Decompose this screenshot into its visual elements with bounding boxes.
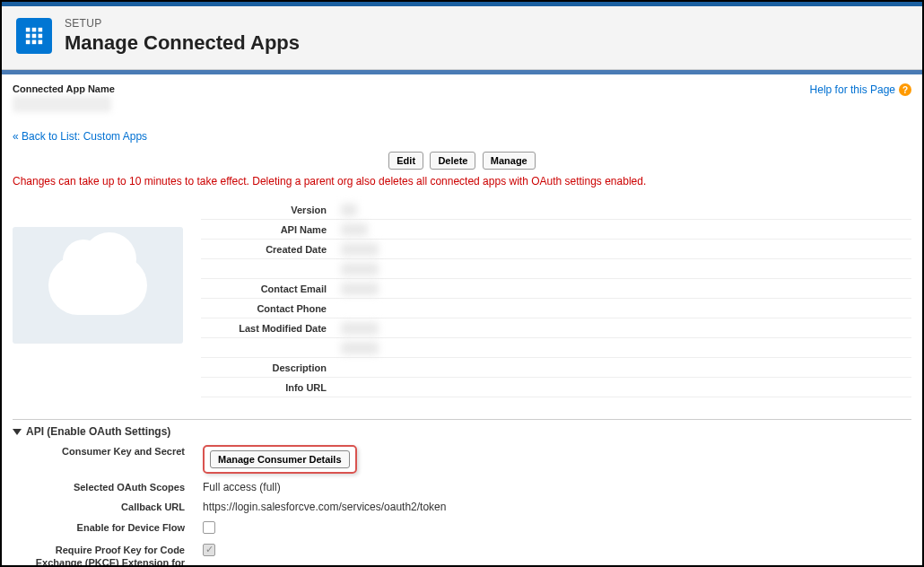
info-url-label: Info URL [201, 382, 341, 393]
svg-rect-3 [26, 34, 31, 39]
setup-label: SETUP [65, 17, 300, 30]
delete-button[interactable]: Delete [430, 152, 475, 170]
device-flow-checkbox[interactable] [203, 521, 215, 534]
api-name-value: xxxxx [341, 223, 368, 236]
consumer-key-label: Consumer Key and Secret [13, 445, 203, 458]
action-buttons: Edit Delete Manage [13, 152, 911, 170]
svg-rect-2 [39, 28, 43, 32]
cloud-icon [48, 256, 147, 315]
svg-rect-7 [32, 40, 37, 45]
pkce-label: Require Proof Key for Code Exchange (PKC… [13, 544, 203, 567]
highlight-box: Manage Consumer Details [203, 445, 357, 474]
contact-phone-label: Contact Phone [201, 303, 341, 314]
api-section-title: API (Enable OAuth Settings) [26, 425, 170, 438]
created-date-value: xxxxxxx [341, 243, 379, 256]
svg-rect-4 [32, 34, 37, 39]
svg-rect-0 [26, 28, 31, 32]
api-section-header[interactable]: API (Enable OAuth Settings) [13, 419, 911, 441]
contact-email-value: xxxxxxx [341, 283, 379, 295]
oauth-scopes-label: Selected OAuth Scopes [13, 481, 203, 493]
version-value: xxx [341, 204, 357, 216]
apps-grid-icon [16, 18, 52, 54]
pkce-checkbox[interactable]: ✓ [203, 544, 215, 556]
created-date-label: Created Date [201, 244, 341, 255]
description-label: Description [201, 362, 341, 373]
api-name-label: API Name [201, 224, 341, 235]
device-flow-label: Enable for Device Flow [13, 521, 203, 534]
modified-by-value: xxxxxxx [341, 342, 379, 354]
callback-url-label: Callback URL [13, 501, 203, 513]
svg-rect-6 [26, 40, 31, 45]
manage-button[interactable]: Manage [483, 152, 536, 170]
app-logo-placeholder [13, 227, 183, 344]
help-link-text: Help for this Page [810, 83, 895, 96]
svg-rect-8 [39, 40, 43, 45]
back-link[interactable]: « Back to List: Custom Apps [13, 130, 147, 143]
last-modified-label: Last Modified Date [201, 323, 341, 334]
oauth-scopes-value: Full access (full) [203, 481, 911, 493]
help-link[interactable]: Help for this Page ? [810, 83, 911, 96]
collapse-triangle-icon [13, 429, 22, 435]
callback-url-value: https://login.salesforcve.com/services/o… [203, 501, 911, 513]
connected-app-name-value [13, 96, 111, 112]
page-header: SETUP Manage Connected Apps [2, 6, 922, 70]
warning-text: Changes can take up to 10 minutes to tak… [13, 175, 911, 188]
edit-button[interactable]: Edit [388, 152, 423, 170]
created-by-value: xxxxxxx [341, 263, 379, 275]
connected-app-name-label: Connected App Name [13, 83, 115, 94]
manage-consumer-details-button[interactable]: Manage Consumer Details [210, 450, 350, 468]
help-icon: ? [899, 83, 911, 96]
last-modified-value: xxxxxxx [341, 322, 379, 335]
svg-rect-5 [39, 34, 43, 39]
contact-email-label: Contact Email [201, 284, 341, 294]
page-title: Manage Connected Apps [65, 31, 300, 55]
version-label: Version [201, 205, 341, 215]
svg-rect-1 [32, 28, 37, 32]
